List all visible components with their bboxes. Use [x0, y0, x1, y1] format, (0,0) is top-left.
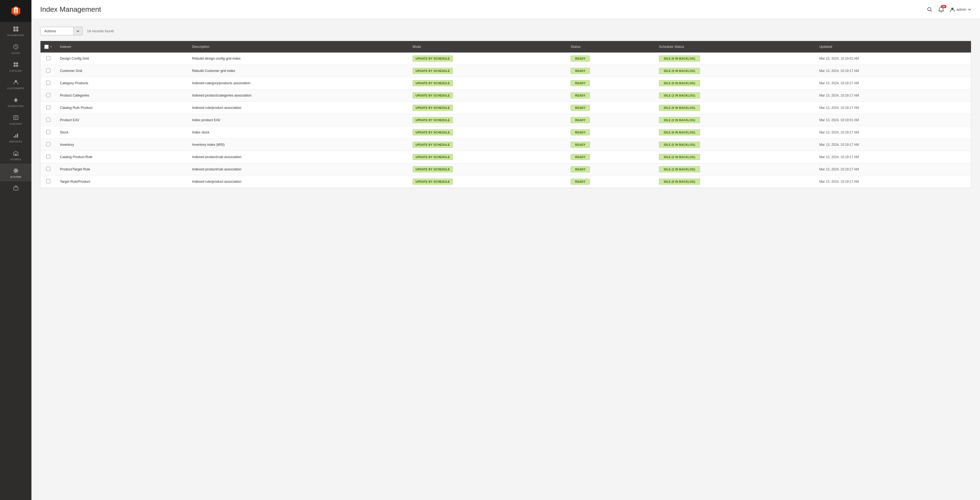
- row-indexer: Stock: [56, 126, 188, 139]
- table-row: Inventory Inventory index (MSI) UPDATE B…: [40, 139, 971, 151]
- row-schedule-status: IDLE (0 IN BACKLOG): [655, 102, 815, 114]
- sidebar-item-find-partners[interactable]: [0, 182, 32, 196]
- mode-badge: UPDATE BY SCHEDULE: [413, 92, 453, 99]
- status-badge: READY: [571, 92, 590, 99]
- row-status: READY: [567, 114, 655, 126]
- status-badge: READY: [571, 154, 590, 160]
- row-updated: Mar 13, 2024, 10:19:17 AM: [815, 77, 971, 89]
- row-status: READY: [567, 65, 655, 77]
- row-status: READY: [567, 163, 655, 175]
- row-status: READY: [567, 126, 655, 139]
- actions-dropdown-wrapper: Actions: [40, 27, 83, 35]
- row-indexer: Product Categories: [56, 89, 188, 102]
- status-badge: READY: [571, 80, 590, 86]
- row-checkbox-cell: [40, 114, 56, 126]
- row-checkbox[interactable]: [46, 142, 50, 146]
- mode-badge: UPDATE BY SCHEDULE: [413, 117, 453, 123]
- sidebar-item-catalog[interactable]: CATALOG: [0, 57, 32, 75]
- svg-rect-8: [16, 65, 18, 67]
- row-checkbox[interactable]: [46, 105, 50, 110]
- row-checkbox[interactable]: [46, 179, 50, 183]
- row-indexer: Design Config Grid: [56, 53, 188, 65]
- sidebar-item-customers-label: CUSTOMERS: [7, 87, 24, 90]
- user-menu-button[interactable]: admin: [950, 7, 971, 12]
- svg-rect-5: [14, 62, 16, 64]
- sidebar-item-marketing[interactable]: MARKETING: [0, 93, 32, 110]
- sidebar-item-dashboard-label: DASHBOARD: [7, 34, 24, 37]
- mode-badge: UPDATE BY SCHEDULE: [413, 166, 453, 172]
- header-actions: 39 admin: [927, 6, 971, 13]
- row-updated: Mar 13, 2024, 10:19:17 AM: [815, 65, 971, 77]
- row-indexer: Product EAV: [56, 114, 188, 126]
- sidebar-item-content-label: CONTENT: [9, 123, 22, 126]
- sidebar-item-stores[interactable]: STORES: [0, 146, 32, 164]
- sidebar-item-marketing-label: MARKETING: [8, 105, 24, 108]
- schedule-status-badge: IDLE (0 IN BACKLOG): [659, 178, 700, 185]
- table-row: Product EAV Index product EAV UPDATE BY …: [40, 114, 971, 126]
- sidebar-item-reports[interactable]: REPORTS: [0, 128, 32, 146]
- content-icon: [13, 114, 19, 121]
- catalog-icon: [13, 61, 19, 68]
- row-description: Rebuild Customer grid index: [188, 65, 409, 77]
- row-checkbox[interactable]: [46, 167, 50, 171]
- header: Index Management 39: [32, 0, 980, 19]
- row-updated: Mar 13, 2024, 10:19:17 AM: [815, 89, 971, 102]
- row-checkbox[interactable]: [46, 93, 50, 97]
- svg-rect-15: [15, 135, 16, 138]
- row-description: Indexed rule/product association: [188, 102, 409, 114]
- search-button[interactable]: [927, 6, 933, 13]
- schedule-status-badge: IDLE (2 IN BACKLOG): [659, 166, 700, 172]
- row-schedule-status: IDLE (0 IN BACKLOG): [655, 175, 815, 188]
- sidebar-item-catalog-label: CATALOG: [10, 70, 22, 72]
- row-checkbox-cell: [40, 139, 56, 151]
- row-description: Indexed category/products association: [188, 77, 409, 89]
- row-checkbox[interactable]: [46, 154, 50, 159]
- content-area: Actions 14 records found: [32, 19, 980, 196]
- row-checkbox[interactable]: [46, 56, 50, 60]
- select-all-arrow[interactable]: ▼: [50, 45, 52, 48]
- notifications-button[interactable]: 39: [938, 6, 944, 13]
- table-row: Catalog Rule Product Indexed rule/produc…: [40, 102, 971, 114]
- find-partners-icon: [13, 185, 19, 192]
- table-row: Customer Grid Rebuild Customer grid inde…: [40, 65, 971, 77]
- marketing-icon: [13, 97, 19, 103]
- row-mode: UPDATE BY SCHEDULE: [409, 77, 567, 89]
- row-mode: UPDATE BY SCHEDULE: [409, 175, 567, 188]
- mode-badge: UPDATE BY SCHEDULE: [413, 178, 453, 185]
- row-schedule-status: IDLE (2 IN BACKLOG): [655, 89, 815, 102]
- mode-badge: UPDATE BY SCHEDULE: [413, 129, 453, 135]
- sidebar-item-dashboard[interactable]: DASHBOARD: [0, 22, 32, 40]
- status-badge: READY: [571, 178, 590, 185]
- row-checkbox-cell: [40, 53, 56, 65]
- sidebar-item-content[interactable]: CONTENT: [0, 110, 32, 128]
- row-description: Indexed rule/product association: [188, 175, 409, 188]
- th-status: Status: [567, 41, 655, 53]
- row-checkbox[interactable]: [46, 81, 50, 85]
- sidebar-item-customers[interactable]: CUSTOMERS: [0, 75, 32, 93]
- row-mode: UPDATE BY SCHEDULE: [409, 102, 567, 114]
- table-row: Target Rule/Product Indexed rule/product…: [40, 175, 971, 188]
- svg-rect-7: [14, 65, 16, 67]
- row-checkbox[interactable]: [46, 118, 50, 122]
- row-status: READY: [567, 175, 655, 188]
- sidebar-item-sales[interactable]: SALES: [0, 40, 32, 57]
- table-row: Design Config Grid Rebuild design config…: [40, 53, 971, 65]
- status-badge: READY: [571, 129, 590, 135]
- select-all-checkbox[interactable]: [44, 45, 49, 49]
- row-checkbox[interactable]: [46, 130, 50, 134]
- row-indexer: Catalog Rule Product: [56, 102, 188, 114]
- row-updated: Mar 13, 2024, 10:19:01 AM: [815, 53, 971, 65]
- mode-badge: UPDATE BY SCHEDULE: [413, 105, 453, 111]
- svg-rect-17: [15, 154, 17, 155]
- schedule-status-badge: IDLE (5 IN BACKLOG): [659, 142, 700, 148]
- row-checkbox[interactable]: [46, 68, 50, 72]
- sidebar-item-system[interactable]: SYSTEM: [0, 164, 32, 182]
- actions-dropdown-button[interactable]: [73, 27, 82, 35]
- svg-rect-10: [15, 101, 17, 102]
- row-indexer: Catalog Product Rule: [56, 151, 188, 163]
- row-mode: UPDATE BY SCHEDULE: [409, 114, 567, 126]
- actions-select[interactable]: Actions: [40, 27, 73, 35]
- svg-rect-19: [14, 187, 18, 190]
- mode-badge: UPDATE BY SCHEDULE: [413, 154, 453, 160]
- row-indexer: Category Products: [56, 77, 188, 89]
